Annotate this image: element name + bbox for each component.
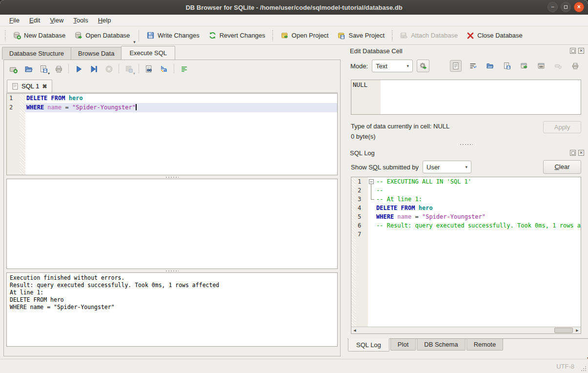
toolbar-grip[interactable] <box>3 30 7 41</box>
float-panel-icon[interactable] <box>570 150 576 156</box>
close-button[interactable]: × <box>574 2 584 12</box>
execute-sql-panel: ▾ ▾ ba <box>3 60 341 356</box>
editor-splitter[interactable] <box>4 175 340 179</box>
print-cell-button[interactable] <box>569 60 581 72</box>
sql-editor-toolbar: ▾ ▾ ba <box>4 60 340 78</box>
splitter-handle-icon <box>460 144 473 145</box>
link-cell-button[interactable] <box>535 60 547 72</box>
close-database-button[interactable]: Close Database <box>462 29 527 42</box>
open-sql-file-button[interactable] <box>23 63 34 74</box>
resize-grip-icon[interactable] <box>581 366 587 372</box>
text-mode-button[interactable] <box>450 60 462 72</box>
open-database-dropdown-icon[interactable]: ▾ <box>133 40 136 44</box>
fold-collapse-icon[interactable]: − <box>369 179 374 184</box>
toolbar-grip[interactable] <box>271 30 275 41</box>
menu-edit[interactable]: Edit <box>25 16 44 25</box>
edit-cell-dock-header: Edit Database Cell ✕ <box>345 45 588 56</box>
execute-line-button[interactable] <box>88 63 99 74</box>
menu-view[interactable]: View <box>45 16 68 25</box>
code-line: 7 <box>351 230 581 239</box>
word-wrap-button[interactable] <box>467 60 479 72</box>
title-bar[interactable]: DB Browser for SQLite - /home/user/code/… <box>0 0 588 15</box>
stop-icon <box>105 65 113 73</box>
results-grid[interactable] <box>6 179 338 269</box>
mode-label: Mode: <box>350 62 368 70</box>
menu-file[interactable]: File <box>5 16 24 25</box>
log-message-line: At line 1: <box>10 289 334 296</box>
close-panel-icon[interactable]: ✕ <box>578 48 584 54</box>
cell-info-text: Type of data currently in cell: NULL 0 b… <box>351 121 449 142</box>
attach-database-icon <box>400 31 408 40</box>
sql-log-group: 1−-- EXECUTING ALL IN 'SQL 1'2--3-- At l… <box>351 177 581 334</box>
toolbar-separator <box>139 64 139 74</box>
dropdown-caret-icon: ▾ <box>133 71 135 76</box>
new-sql-tab-button[interactable] <box>8 63 19 74</box>
scroll-left-icon[interactable]: ◀ <box>351 329 358 332</box>
horizontal-scrollbar[interactable]: ◀ ▶ <box>351 327 581 333</box>
execution-message-area[interactable]: Execution finished without errors.Result… <box>6 272 338 347</box>
close-database-icon <box>466 32 474 40</box>
tab-database-structure[interactable]: Database Structure <box>2 47 71 60</box>
dock-splitter[interactable] <box>345 142 588 147</box>
open-database-icon <box>74 31 82 40</box>
open-external-button[interactable] <box>518 60 530 72</box>
dropdown-caret-icon: ▾ <box>48 71 50 76</box>
code-line: 2-- <box>351 186 581 195</box>
dock-tab-sql-log[interactable]: SQL Log <box>348 338 389 352</box>
cell-value-editor[interactable]: NULL <box>351 80 581 115</box>
scrollbar-thumb[interactable] <box>554 328 573 333</box>
sql-editor[interactable]: 1DELETE FROM hero2WHERE name = "Spider-Y… <box>6 93 338 175</box>
dock-tab-db-schema[interactable]: DB Schema <box>417 339 465 351</box>
print-sql-button[interactable] <box>53 63 64 74</box>
clear-log-button[interactable]: Clear <box>543 160 581 174</box>
open-file-icon <box>24 65 33 73</box>
toolbar-separator <box>174 64 174 74</box>
results-splitter[interactable] <box>4 269 340 272</box>
export-cell-button[interactable] <box>501 60 513 72</box>
minimize-button[interactable]: − <box>547 2 558 12</box>
text-cursor <box>136 104 137 110</box>
gear-arrow-icon <box>419 62 427 70</box>
find-button[interactable] <box>143 63 154 74</box>
tab-browse-data[interactable]: Browse Data <box>71 47 122 60</box>
menu-help[interactable]: Help <box>94 16 116 25</box>
menu-tools[interactable]: Tools <box>69 16 92 25</box>
revert-changes-button[interactable]: Revert Changes <box>204 29 270 42</box>
sql-log-view[interactable]: 1−-- EXECUTING ALL IN 'SQL 1'2--3-- At l… <box>351 177 581 327</box>
sql-log-filter-row: Show SQL submitted by User▾ Clear <box>345 158 588 177</box>
new-database-button[interactable]: New Database <box>8 29 70 42</box>
word-wrap-button[interactable] <box>179 63 189 74</box>
tab-divider <box>6 92 338 93</box>
float-panel-icon[interactable] <box>570 48 576 54</box>
import-cell-button[interactable]: ▾ <box>484 60 496 72</box>
cell-value-area[interactable] <box>381 80 581 114</box>
dock-tab-remote[interactable]: Remote <box>466 339 504 351</box>
dock-tab-plot[interactable]: Plot <box>390 339 416 351</box>
tab-execute-sql[interactable]: Execute SQL <box>121 46 175 60</box>
toolbar-separator <box>68 64 69 74</box>
open-file-icon <box>486 62 494 70</box>
save-sql-file-button[interactable]: ▾ <box>38 63 49 74</box>
sql-document-icon <box>12 83 19 90</box>
submitted-by-select[interactable]: User▾ <box>423 161 471 173</box>
execute-all-button[interactable] <box>73 63 84 74</box>
mode-select[interactable]: Text▾ <box>372 60 413 72</box>
cell-info-row: Type of data currently in cell: NULL 0 b… <box>345 115 588 142</box>
close-panel-icon[interactable]: ✕ <box>578 150 584 156</box>
maximize-button[interactable] <box>561 2 571 12</box>
log-message-line: Result: query executed successfully. Too… <box>10 282 334 289</box>
auto-apply-button[interactable] <box>417 60 429 72</box>
open-project-button[interactable]: Open Project <box>276 29 333 42</box>
close-tab-icon[interactable]: ✖ <box>42 83 47 90</box>
save-project-icon <box>337 31 345 40</box>
scroll-right-icon[interactable]: ▶ <box>574 329 581 332</box>
open-database-button[interactable]: Open Database <box>70 29 134 42</box>
cell-editor-toolbar: ▾ <box>450 60 582 72</box>
sql-doc-tab[interactable]: SQL 1 ✖ <box>7 80 52 92</box>
toolbar-grip[interactable] <box>390 30 394 41</box>
scrollbar-track[interactable] <box>358 327 574 333</box>
letters-ab-button[interactable]: ba <box>159 63 169 74</box>
save-project-button[interactable]: Save Project <box>333 29 389 42</box>
revert-changes-icon <box>208 31 217 40</box>
write-changes-button[interactable]: Write Changes <box>142 29 204 42</box>
